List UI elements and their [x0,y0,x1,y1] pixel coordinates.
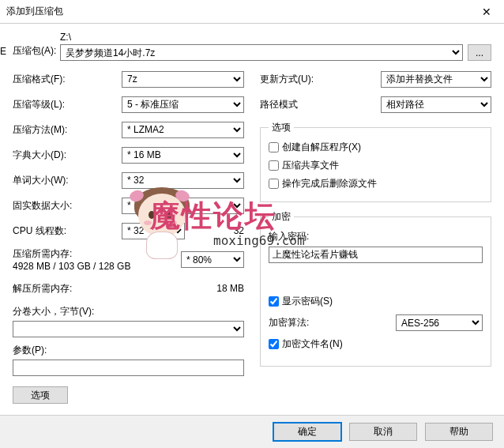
split-label: 分卷大小，字节(V): [13,305,244,318]
mem-decompress-value: 18 MB [122,283,244,294]
mem-compress-value: 4928 MB / 103 GB / 128 GB [13,261,181,272]
split-select[interactable] [13,321,244,337]
shared-label: 压缩共享文件 [282,159,339,172]
password-label: 输入密码: [269,230,483,243]
encrypt-fieldset: 加密 输入密码: 显示密码(S) 加密算法: AES-256 加密文件名(N) [260,210,491,367]
sfx-label: 创建自解压程序(X) [282,141,361,154]
pathmode-select[interactable]: 相对路径 [381,96,491,113]
encrypt-legend: 加密 [269,210,294,224]
cpu-label: CPU 线程数: [13,224,122,238]
dict-label: 字典大小(D): [13,149,122,162]
cpu-select[interactable]: * 32 [122,223,185,239]
sfx-checkbox[interactable] [269,142,279,152]
mem-decompress-label: 解压所需内存: [13,282,122,296]
archive-path: Z:\ [60,32,491,43]
mem-pct-select[interactable]: * 80% [181,251,244,268]
password-input[interactable] [269,247,483,263]
params-input[interactable] [13,360,244,376]
mem-compress-label: 压缩所需内存: [13,247,181,261]
encnames-checkbox[interactable] [269,339,279,349]
method-select[interactable]: * LZMA2 [122,122,244,138]
update-select[interactable]: 添加并替换文件 [381,71,491,88]
level-select[interactable]: 5 - 标准压缩 [122,96,244,113]
encmethod-label: 加密算法: [269,316,396,329]
solid-select[interactable]: * [122,198,244,214]
format-select[interactable]: 7z [122,71,244,88]
word-select[interactable]: * 32 [122,172,244,189]
delete-checkbox[interactable] [269,179,279,189]
format-label: 压缩格式(F): [13,73,122,86]
word-label: 单词大小(W): [13,174,122,187]
level-label: 压缩等级(L): [13,98,122,111]
encmethod-select[interactable]: AES-256 [396,314,483,331]
options-button[interactable]: 选项 [13,386,68,404]
archive-filename-combo[interactable]: 吴梦梦频道14小时.7z [60,44,463,61]
dict-select[interactable]: * 16 MB [122,147,244,164]
showpwd-checkbox[interactable] [269,296,279,307]
options-legend: 选项 [269,121,294,134]
encnames-label: 加密文件名(N) [282,337,343,351]
browse-button[interactable]: ... [468,44,491,61]
cpu-max: 32 [190,225,244,236]
solid-label: 固实数据大小: [13,199,122,213]
delete-label: 操作完成后删除源文件 [282,177,377,190]
shared-checkbox[interactable] [269,160,279,171]
close-button[interactable]: ✕ [468,0,504,24]
method-label: 压缩方法(M): [13,123,122,137]
showpwd-label: 显示密码(S) [282,295,333,308]
cancel-button[interactable]: 取消 [349,423,417,441]
help-button[interactable]: 帮助 [425,423,493,441]
ok-button[interactable]: 确定 [273,423,341,441]
archive-label: 压缩包(A): [13,44,60,61]
pathmode-label: 路径模式 [260,98,381,111]
params-label: 参数(P): [13,344,244,357]
options-fieldset: 选项 创建自解压程序(X) 压缩共享文件 操作完成后删除源文件 [260,121,491,202]
window-title: 添加到压缩包 [6,5,468,18]
update-label: 更新方式(U): [260,73,381,86]
